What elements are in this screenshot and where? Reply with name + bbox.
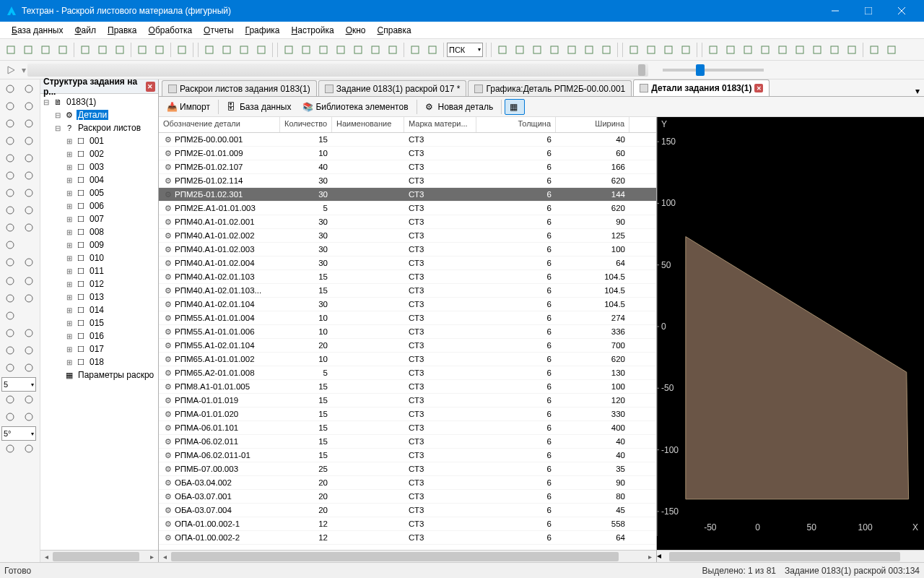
title-bar: Техтран - Раскрой листового материала (ф… [0, 0, 924, 22]
view-btn-4[interactable] [350, 42, 366, 58]
view-btn-6[interactable] [385, 42, 401, 58]
svg-rect-22 [354, 46, 362, 53]
play-button[interactable] [3, 62, 19, 78]
svg-rect-48 [888, 46, 895, 53]
nav-btn-1[interactable] [512, 42, 528, 58]
svg-rect-11 [139, 46, 146, 53]
print-btn-0[interactable] [134, 42, 150, 58]
menu-Окно[interactable]: Окно [340, 23, 372, 38]
svg-rect-40 [744, 46, 751, 53]
svg-rect-36 [665, 46, 672, 53]
svg-rect-28 [516, 46, 523, 53]
tool-btn-2[interactable] [740, 42, 756, 58]
svg-rect-35 [648, 46, 655, 53]
close-button[interactable] [885, 0, 918, 22]
nav-btn-4[interactable] [564, 42, 580, 58]
svg-marker-49 [8, 66, 14, 74]
view-btn-5[interactable] [367, 42, 383, 58]
svg-rect-1 [865, 7, 872, 14]
coord-system-select[interactable]: ПСК ▾ [447, 43, 483, 57]
nav-btn-3[interactable] [546, 42, 562, 58]
menu-bar: База данныхФайлПравкаОбработкаОтчетыГраф… [0, 22, 924, 39]
svg-rect-24 [389, 46, 396, 53]
tool-btn-4[interactable] [775, 42, 790, 58]
svg-rect-39 [727, 46, 734, 53]
svg-rect-27 [499, 46, 506, 53]
menu-Отчеты[interactable]: Отчеты [198, 23, 240, 38]
view-btn-2[interactable] [315, 42, 331, 58]
zoom-btn-1[interactable] [219, 42, 235, 58]
tool-btn-3[interactable] [757, 42, 773, 58]
main-toolbar: ПСК ▾ [0, 39, 924, 61]
svg-rect-44 [814, 46, 821, 53]
svg-rect-23 [372, 46, 379, 53]
svg-rect-38 [710, 46, 717, 53]
edit-btn-1[interactable] [95, 42, 110, 58]
svg-rect-42 [779, 46, 786, 53]
menu-Правка[interactable]: Правка [102, 23, 143, 38]
progress-slider[interactable] [27, 64, 648, 77]
align-btn-0[interactable] [626, 42, 642, 58]
svg-rect-43 [796, 46, 803, 53]
menu-База данных[interactable]: База данных [6, 23, 69, 38]
zoom-slider[interactable] [663, 69, 764, 72]
svg-rect-9 [99, 46, 106, 53]
window-title: Техтран - Раскрой листового материала (ф… [22, 6, 819, 16]
tool-btn-1[interactable] [723, 42, 738, 58]
menu-Настройка[interactable]: Настройка [286, 23, 340, 38]
svg-rect-10 [116, 46, 123, 53]
svg-rect-18 [285, 46, 292, 53]
tool-btn-5[interactable] [792, 42, 808, 58]
minimize-button[interactable] [819, 0, 852, 22]
menu-Графика[interactable]: Графика [240, 23, 286, 38]
edit-btn-0[interactable] [77, 42, 93, 58]
file-btn-1[interactable] [20, 42, 36, 58]
menu-Файл[interactable]: Файл [69, 23, 102, 38]
svg-rect-30 [551, 46, 558, 53]
file-btn-0[interactable] [3, 42, 19, 58]
nav-btn-0[interactable] [494, 42, 510, 58]
zoom-btn-2[interactable] [236, 42, 252, 58]
svg-rect-32 [585, 46, 593, 53]
svg-rect-12 [156, 46, 163, 53]
svg-rect-47 [871, 46, 878, 53]
print-btn-1[interactable] [152, 42, 167, 58]
svg-rect-7 [59, 46, 66, 53]
file-btn-3[interactable] [55, 42, 71, 58]
svg-rect-33 [603, 46, 610, 53]
svg-rect-45 [831, 46, 838, 53]
grid-btn-1[interactable] [424, 42, 440, 58]
tool-btn-7[interactable] [827, 42, 842, 58]
nav-btn-2[interactable] [529, 42, 545, 58]
svg-rect-6 [42, 46, 49, 53]
edit-btn-2[interactable] [112, 42, 128, 58]
panel-title-text: Структура задания на р... [43, 77, 146, 80]
tool-btn-0[interactable] [705, 42, 721, 58]
svg-rect-26 [429, 46, 436, 53]
zoom-btn-0[interactable] [201, 42, 217, 58]
svg-rect-16 [240, 46, 248, 53]
view-btn-3[interactable] [333, 42, 349, 58]
svg-rect-19 [302, 46, 310, 53]
maximize-button[interactable] [852, 0, 885, 22]
svg-rect-31 [568, 46, 575, 53]
menu-Справка[interactable]: Справка [372, 23, 417, 38]
tool-btn-8[interactable] [844, 42, 860, 58]
view-btn-1[interactable] [298, 42, 314, 58]
menu-Обработка[interactable]: Обработка [143, 23, 199, 38]
zoom-btn-3[interactable] [253, 42, 269, 58]
tool-btn-6[interactable] [809, 42, 825, 58]
nav-btn-6[interactable] [598, 42, 614, 58]
view-btn-0[interactable] [281, 42, 297, 58]
nav-btn-5[interactable] [581, 42, 597, 58]
align-btn-2[interactable] [661, 42, 676, 58]
cfg-btn[interactable] [174, 42, 190, 58]
end-btn-1[interactable] [884, 42, 899, 58]
file-btn-2[interactable] [38, 42, 53, 58]
grid-btn-0[interactable] [407, 42, 423, 58]
end-btn-0[interactable] [866, 42, 882, 58]
svg-rect-41 [762, 46, 769, 53]
svg-rect-15 [223, 46, 230, 53]
align-btn-3[interactable] [678, 42, 694, 58]
align-btn-1[interactable] [643, 42, 659, 58]
